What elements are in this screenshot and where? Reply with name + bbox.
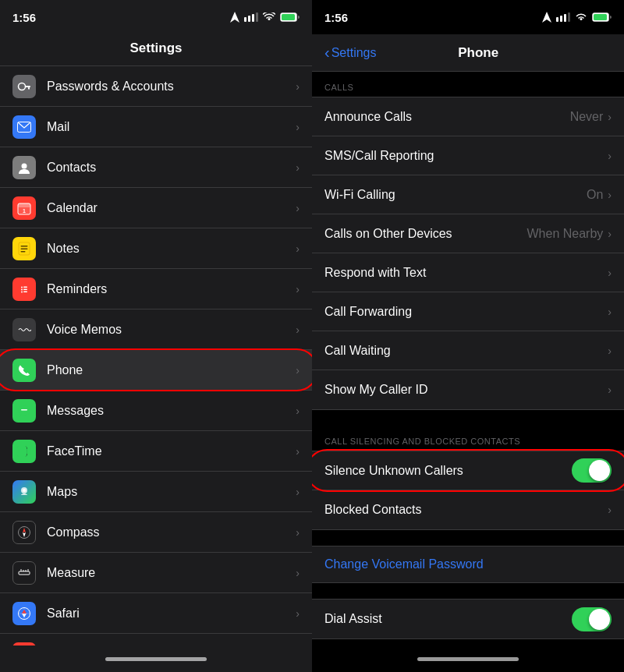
left-title: Settings [129,41,182,55]
right-panel: 1:56 ‹ S [312,0,624,672]
silence-unknown-toggle[interactable] [572,458,612,483]
right-content: CALLS Announce Calls Never › SMS/Call Re… [312,72,624,645]
right-battery-icon [592,12,612,22]
show-caller-id-item[interactable]: Show My Caller ID › [312,370,624,409]
svg-rect-7 [25,86,30,87]
maps-label: Maps [47,485,296,499]
respond-with-text-item[interactable]: Respond with Text › [312,253,624,292]
voicememos-chevron: › [296,324,300,336]
calendar-label: Calendar [47,201,296,215]
svg-point-10 [22,163,27,168]
sms-call-reporting-item[interactable]: SMS/Call Reporting › [312,136,624,175]
measure-icon [12,561,36,585]
notes-svg [18,242,30,256]
dial-assist-toggle[interactable] [572,607,612,631]
settings-item-notes[interactable]: Notes › [0,228,312,269]
wifi-icon [263,12,275,22]
compass-icon [12,521,36,544]
left-time: 1:56 [12,11,36,24]
contacts-chevron: › [296,161,300,174]
svg-point-22 [21,288,23,290]
svg-point-32 [23,489,26,492]
settings-item-voicememos[interactable]: Voice Memos › [0,309,312,350]
svg-rect-3 [256,12,258,22]
wifi-calling-item[interactable]: Wi-Fi Calling On › [312,175,624,214]
blocked-contacts-item[interactable]: Blocked Contacts › [312,490,624,529]
settings-item-facetime[interactable]: FaceTime › [0,431,312,472]
contacts-svg [17,161,31,175]
signal-icon [244,12,258,22]
compass-chevron: › [296,526,300,539]
toggle-knob [589,460,610,481]
safari-chevron: › [296,607,300,620]
svg-rect-8 [28,87,30,90]
contacts-icon [12,156,36,179]
settings-item-phone[interactable]: Phone › [0,350,312,391]
settings-item-messages[interactable]: Messages › [0,391,312,431]
svg-rect-26 [18,323,31,336]
settings-item-contacts[interactable]: Contacts › [0,147,312,188]
settings-item-safari[interactable]: Safari › [0,593,312,634]
maps-chevron: › [296,486,300,498]
right-time: 1:56 [324,11,348,24]
call-waiting-item[interactable]: Call Waiting › [312,331,624,370]
settings-item-compass[interactable]: Compass › [0,512,312,553]
compass-svg [17,525,31,539]
wifi-calling-chevron: › [608,189,612,201]
messages-icon [12,399,36,423]
left-status-icons [230,12,300,23]
left-panel: 1:56 [0,0,312,672]
mail-label: Mail [47,120,296,134]
phone-chevron: › [296,364,300,377]
calendar-icon: 1 [12,196,36,220]
location-icon [230,12,239,23]
silence-unknown-item[interactable]: Silence Unknown Callers [312,451,624,490]
svg-point-20 [21,286,23,288]
mail-icon [12,115,36,139]
voicemail-link[interactable]: Change Voicemail Password [324,557,484,571]
svg-rect-13 [18,203,30,207]
call-forwarding-item[interactable]: Call Forwarding › [312,292,624,331]
settings-item-passwords[interactable]: Passwords & Accounts › [0,66,312,107]
reminders-label: Reminders [47,282,296,296]
measure-chevron: › [296,567,300,579]
back-button[interactable]: ‹ Settings [324,44,376,62]
dial-assist-label: Dial Assist [324,612,572,626]
settings-item-measure[interactable]: Measure › [0,553,312,593]
settings-item-news[interactable]: News › [0,634,312,645]
svg-rect-28 [21,409,27,411]
voicememos-label: Voice Memos [47,323,296,337]
svg-rect-53 [568,12,570,22]
facetime-label: FaceTime [47,444,296,458]
settings-item-calendar[interactable]: 1 Calendar › [0,188,312,228]
call-waiting-chevron: › [608,345,612,357]
passwords-label: Passwords & Accounts [47,80,296,94]
voicememos-icon [12,318,36,341]
messages-chevron: › [296,405,300,417]
maps-svg [18,486,30,498]
settings-item-reminders[interactable]: Reminders › [0,269,312,309]
change-voicemail-item[interactable]: Change Voicemail Password [312,546,624,583]
wifi-calling-value: On [587,188,603,202]
svg-point-6 [19,83,26,90]
measure-label: Measure [47,566,296,580]
svg-marker-44 [22,610,27,614]
announce-calls-item[interactable]: Announce Calls Never › [312,97,624,136]
svg-rect-21 [23,286,27,288]
settings-item-mail[interactable]: Mail › [0,107,312,147]
right-status-bar: 1:56 [312,0,624,34]
safari-label: Safari [47,607,296,621]
calls-other-devices-item[interactable]: Calls on Other Devices When Nearby › [312,214,624,253]
svg-text:1: 1 [23,208,26,214]
settings-item-maps[interactable]: Maps › [0,472,312,512]
right-wifi-icon [575,12,587,22]
back-chevron-icon: ‹ [324,44,330,62]
calls-section-header: CALLS [312,72,624,97]
svg-rect-52 [564,14,566,22]
mail-chevron: › [296,121,300,133]
svg-rect-16 [21,246,28,247]
silencing-group: Silence Unknown Callers Blocked Contacts… [312,451,624,530]
svg-rect-30 [17,446,27,457]
dial-assist-item[interactable]: Dial Assist [312,599,624,638]
right-nav-bar: ‹ Settings Phone [312,34,624,72]
